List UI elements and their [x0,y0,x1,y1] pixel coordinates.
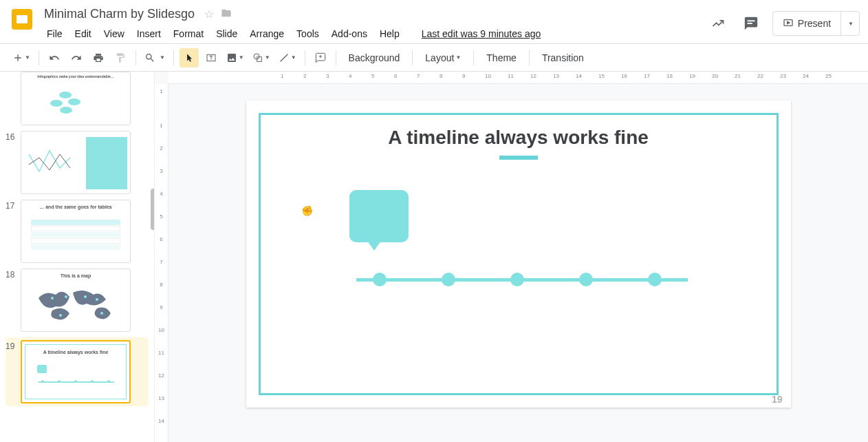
timeline-dot-4[interactable] [579,273,593,286]
new-slide-button[interactable]: ▼ [10,48,33,67]
timeline-dot-2[interactable] [442,273,455,286]
ruler-tick: 9 [462,73,465,79]
separator [473,50,474,65]
image-tool[interactable]: ▼ [224,48,247,67]
menu-help[interactable]: Help [374,25,405,42]
menu-format[interactable]: Format [168,25,209,42]
timeline-dot-1[interactable] [373,273,387,286]
thumbnail-16[interactable] [21,131,131,194]
activity-icon[interactable] [706,12,730,35]
svg-marker-5 [787,21,789,23]
ruler-tick: 2 [303,73,306,79]
svg-rect-2 [747,20,755,21]
svg-point-12 [51,297,54,299]
ruler-tick: 4 [349,73,351,79]
svg-point-14 [84,295,87,298]
canvas-scroll[interactable]: A timeline always works fine 19 ✊ [169,84,868,442]
separator [39,50,39,65]
ruler-tick: 19 [689,73,695,79]
ruler-tick: 10 [485,73,491,79]
ruler-tick: 22 [757,73,763,79]
menu-slide[interactable]: Slide [210,25,243,42]
ruler-tick: 7 [155,259,168,265]
vertical-ruler[interactable]: 1 1 2 3 4 5 6 7 8 9 10 11 12 13 14 [155,84,169,442]
separator [135,50,136,65]
menu-insert[interactable]: Insert [131,25,166,42]
thumb-row-16[interactable]: 16 [6,131,149,194]
thumbnail-18[interactable]: This is a map [21,269,131,332]
menu-tools[interactable]: Tools [291,25,325,42]
thumb-row-15[interactable]: Infographics make your idea understandab… [6,74,149,125]
menu-file[interactable]: File [41,25,68,42]
ruler-tick: 13 [553,73,559,79]
thumbnail-19[interactable]: A timeline always works fine [21,340,131,403]
thumbnail-panel[interactable]: Infographics make your idea understandab… [0,72,155,442]
theme-button[interactable]: Theme [479,48,523,67]
paint-format-button[interactable] [111,48,130,67]
redo-button[interactable] [67,48,86,67]
ruler-tick: 15 [598,73,605,79]
ruler-tick: 21 [735,73,741,79]
timeline-dot-5[interactable] [648,273,662,286]
print-button[interactable] [89,48,108,67]
ruler-tick: 12 [155,372,168,379]
ruler-tick: 11 [155,350,168,356]
callout-shape[interactable] [349,190,409,242]
star-icon[interactable]: ☆ [204,8,214,21]
thumbnail-17[interactable]: … and the same goes for tables [21,200,131,263]
ruler-tick: 1 [155,123,168,129]
menu-addons[interactable]: Add-ons [326,25,373,42]
separator [412,50,413,65]
menu-arrange[interactable]: Arrange [244,25,290,42]
menu-edit[interactable]: Edit [69,25,97,42]
comments-icon[interactable] [739,12,763,35]
line-tool[interactable]: ▼ [276,48,299,67]
slide-title-text[interactable]: A timeline always works fine [246,127,791,149]
title-underline [499,156,538,160]
thumb-row-18[interactable]: 18 This is a map [6,269,149,332]
separator [173,50,174,65]
ruler-tick: 8 [440,73,442,79]
thumb-row-19[interactable]: 19 A timeline always works fine [6,337,149,406]
thumb-row-17[interactable]: 17 … and the same goes for tables [6,200,149,263]
title-area: Minimal Charm by Slidesgo ☆ File Edit Vi… [41,6,706,42]
svg-line-9 [280,54,287,61]
ruler-tick: 14 [576,73,582,79]
ruler-tick: 9 [155,304,168,311]
ruler-tick: 1 [155,88,168,94]
thumbnail-15[interactable]: Infographics make your idea understandab… [21,72,131,125]
layout-button[interactable]: Layout▼ [418,48,468,67]
textbox-tool[interactable] [202,48,221,67]
move-folder-icon[interactable] [221,8,232,21]
ruler-tick: 23 [780,73,786,79]
ruler-tick: 6 [394,73,397,79]
select-tool[interactable] [180,48,199,67]
ruler-tick: 5 [155,213,168,220]
thumb-title: This is a map [21,269,130,278]
svg-rect-3 [747,23,752,24]
slide-canvas[interactable]: A timeline always works fine 19 ✊ [246,101,791,408]
canvas-area: 1 2 3 4 5 6 7 8 9 10 11 12 13 14 15 16 1… [155,72,868,442]
present-dropdown[interactable]: ▼ [840,12,859,35]
document-title[interactable]: Minimal Charm by Slidesgo [41,6,197,23]
shape-tool[interactable]: ▼ [250,48,273,67]
thumb-number: 19 [6,340,21,403]
horizontal-ruler[interactable]: 1 2 3 4 5 6 7 8 9 10 11 12 13 14 15 16 1… [169,72,868,84]
timeline-dot-3[interactable] [510,273,524,286]
undo-button[interactable] [45,48,64,67]
present-button[interactable]: Present ▼ [772,11,860,36]
ruler-tick: 17 [644,73,650,79]
zoom-button[interactable]: ▼ [142,48,168,67]
menu-view[interactable]: View [98,25,130,42]
ruler-tick: 10 [155,327,168,333]
ruler-tick: 4 [155,191,168,197]
last-edit-link[interactable]: Last edit was 9 minutes ago [416,25,547,42]
transition-button[interactable]: Transition [535,48,591,67]
separator [305,50,305,65]
ruler-tick: 20 [712,73,718,79]
ruler-tick: 3 [326,73,329,79]
comment-button[interactable] [311,48,330,67]
ruler-tick: 5 [371,73,374,79]
present-label: Present [798,18,831,29]
background-button[interactable]: Background [342,48,407,67]
